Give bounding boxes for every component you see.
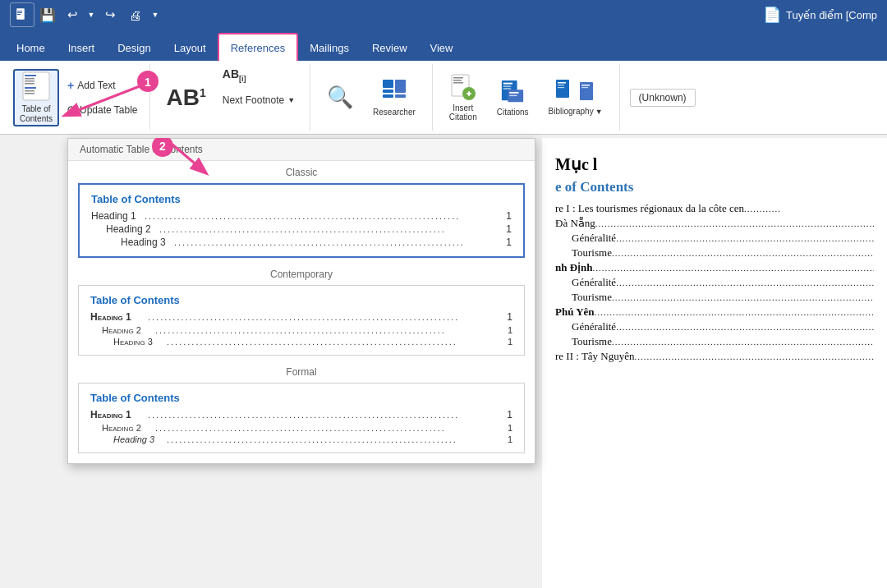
tab-review[interactable]: Review	[361, 34, 419, 61]
doc-line-0: re I : Les tourismes régionaux da la côt…	[555, 202, 874, 215]
svg-rect-3	[17, 14, 21, 15]
svg-rect-4	[23, 72, 49, 100]
svg-rect-19	[453, 80, 462, 81]
dropdown-header: Automatic Table of Contents	[68, 139, 535, 161]
doc-line-binhdinh: nh Định ................................…	[555, 261, 874, 274]
unknown-style-selector[interactable]: (Unknown)	[630, 89, 696, 107]
document-title: 📄 Tuyến điểm [Comp	[763, 6, 877, 24]
title-bar: 💾 ↩ ▼ ↪ 🖨 ▼ 📄 Tuyến điểm [Comp	[0, 0, 887, 30]
research-group: 🔍 Researcher	[310, 64, 433, 131]
table-of-contents-button[interactable]: Table of Contents	[13, 69, 59, 126]
contemporary-preview[interactable]: Table of Contents Heading 1 ............…	[78, 285, 525, 356]
researcher-button[interactable]: Researcher	[366, 69, 422, 126]
classic-preview[interactable]: Table of Contents Heading 1 ............…	[78, 183, 525, 258]
footnote-secondary: AB[i] Next Footnote ▼	[218, 65, 300, 131]
citations-icon	[500, 78, 525, 104]
doc-line-phuyen: Phú Yên ................................…	[555, 305, 874, 319]
ribbon: Table of Contents + Add Text ⟳ Update Ta…	[0, 61, 887, 135]
update-table-button[interactable]: ⟳ Update Table	[62, 99, 143, 121]
svg-rect-6	[25, 78, 34, 80]
contemporary-toc-title: Table of Contents	[90, 294, 512, 306]
classic-section: Classic Table of Contents Heading 1 ....…	[68, 161, 535, 263]
undo-button[interactable]: ↩	[61, 3, 84, 26]
svg-rect-18	[453, 77, 463, 79]
insert-citation-button[interactable]: Insert Citation	[443, 69, 484, 126]
svg-rect-29	[509, 92, 518, 94]
formal-entry-1: Heading 2 ..............................…	[90, 423, 512, 433]
doc-line-gen1: Généralité .............................…	[555, 232, 874, 245]
formal-entry-0: Heading 1 ..............................…	[90, 409, 512, 420]
footnote-icon: AB1	[167, 86, 206, 109]
insert-footnote-button[interactable]: AB1 AB¹	[160, 69, 213, 126]
bibliography-dropdown-icon: ▼	[595, 108, 603, 116]
svg-rect-14	[383, 94, 393, 98]
contemporary-section: Contemporary Table of Contents Heading 1…	[68, 263, 535, 361]
classic-entry-2: Heading 3 ..............................…	[91, 237, 512, 248]
search-icon: 🔍	[327, 85, 353, 110]
endnote-icon: AB[i]	[223, 67, 246, 83]
svg-rect-11	[25, 93, 34, 94]
svg-rect-9	[25, 87, 36, 89]
classic-entry-1: Heading 2 ..............................…	[91, 223, 512, 235]
formal-section: Formal Table of Contents Heading 1 .....…	[68, 361, 535, 463]
add-text-button[interactable]: + Add Text	[62, 75, 143, 96]
customize-qa-button[interactable]: ▼	[148, 3, 163, 26]
tab-design[interactable]: Design	[106, 34, 162, 61]
next-footnote-button[interactable]: Next Footnote ▼	[218, 90, 300, 111]
svg-rect-8	[25, 83, 34, 85]
toc-dropdown: Automatic Table of Contents Classic Tabl…	[67, 138, 535, 464]
insert-endnote-button[interactable]: AB[i]	[218, 65, 300, 86]
tab-home[interactable]: Home	[5, 34, 57, 61]
svg-rect-36	[581, 85, 590, 86]
svg-rect-10	[25, 90, 34, 92]
show-notes-button[interactable]	[218, 114, 300, 131]
update-icon: ⟳	[67, 103, 76, 116]
doc-line-tour3: Tourisme ...............................…	[555, 335, 874, 348]
svg-rect-37	[581, 87, 588, 88]
citations-group: Insert Citation Citations	[433, 64, 620, 131]
svg-rect-2	[17, 12, 22, 13]
search-button[interactable]: 🔍	[320, 69, 360, 126]
file-icon[interactable]	[10, 2, 34, 27]
formal-label: Formal	[68, 362, 535, 379]
add-icon: +	[67, 79, 74, 92]
svg-rect-20	[453, 82, 463, 84]
tab-layout[interactable]: Layout	[163, 34, 218, 61]
svg-rect-25	[503, 83, 512, 85]
style-group: (Unknown)	[620, 64, 705, 131]
classic-label: Classic	[68, 163, 535, 180]
toc-group: Table of Contents + Add Text ⟳ Update Ta…	[7, 64, 150, 131]
classic-entry-0: Heading 1 ..............................…	[91, 210, 512, 222]
bibliography-button[interactable]: Bibliography ▼	[542, 69, 609, 126]
undo-dropdown[interactable]: ▼	[85, 3, 97, 26]
citations-button[interactable]: Citations	[490, 69, 535, 126]
doc-line-tour2: Tourisme ...............................…	[555, 291, 874, 304]
doc-line-taynguyen: re II : Tây Nguyên .....................…	[555, 350, 874, 363]
researcher-icon	[381, 78, 407, 104]
svg-rect-32	[558, 82, 566, 84]
redo-button[interactable]: ↪	[99, 3, 122, 26]
contemporary-entry-1: Heading 2 ..............................…	[90, 325, 512, 335]
quick-access-toolbar: 💾 ↩ ▼ ↪ 🖨 ▼	[10, 2, 163, 27]
tab-references[interactable]: References	[218, 33, 298, 61]
svg-rect-23	[468, 91, 470, 96]
ribbon-tabs: Home Insert Design Layout References Mai…	[0, 30, 887, 61]
next-footnote-dropdown-icon: ▼	[287, 96, 295, 104]
tab-mailings[interactable]: Mailings	[298, 34, 361, 61]
doc-line-danang: Đà Nẵng ................................…	[555, 217, 874, 230]
svg-rect-30	[509, 95, 517, 96]
save-button[interactable]: 💾	[36, 3, 59, 26]
bibliography-icons	[555, 79, 596, 103]
tab-view[interactable]: View	[419, 34, 465, 61]
svg-rect-15	[395, 80, 406, 93]
doc-toc-heading: e of Contents	[555, 179, 874, 195]
formal-preview[interactable]: Table of Contents Heading 1 ............…	[78, 383, 525, 453]
print-button[interactable]: 🖨	[123, 3, 146, 26]
formal-toc-title: Table of Contents	[90, 392, 512, 404]
svg-rect-27	[503, 88, 511, 89]
svg-rect-16	[395, 94, 406, 98]
classic-toc-title: Table of Contents	[91, 193, 512, 205]
doc-line-tour1: Tourisme ...............................…	[555, 246, 874, 260]
tab-insert[interactable]: Insert	[57, 34, 107, 61]
svg-rect-33	[558, 85, 564, 85]
